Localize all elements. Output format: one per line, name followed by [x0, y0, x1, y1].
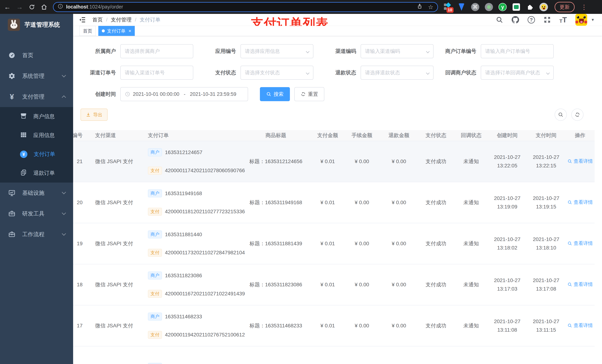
chevron-up-icon — [62, 95, 66, 100]
sidebar-item-payment[interactable]: ¥ 支付管理 — [0, 86, 73, 107]
sidebar-item-devtools[interactable]: 研发工具 — [0, 203, 73, 224]
page-content: 所属商户 应用编号 渠道编码 — [73, 36, 602, 364]
notify-status-select[interactable] — [481, 66, 554, 80]
filter-refund-status: 退款状态 — [321, 66, 434, 80]
browser-extensions: 10 ⌘ y — [443, 3, 548, 11]
search-button[interactable]: 搜索 — [260, 87, 290, 101]
filter-channel-code: 渠道编码 — [321, 44, 434, 58]
sidebar-item-refund-order[interactable]: 退款订单 — [0, 164, 73, 183]
pay-tag: 支付 — [148, 331, 162, 339]
browser-back-button[interactable]: ← — [4, 4, 11, 10]
breadcrumb-payment[interactable]: 支付管理 — [111, 16, 132, 23]
browser-reload-button[interactable] — [29, 4, 35, 10]
view-detail-link[interactable]: 查看详情 — [567, 322, 593, 329]
table-row[interactable]: 18 微信 JSAPI 支付 商户1635311823086 支付4200001… — [73, 264, 595, 305]
extension-gem-icon[interactable] — [457, 3, 466, 11]
view-detail-link[interactable]: 查看详情 — [567, 158, 593, 165]
date-range-picker[interactable]: 2021-10-01 00:00:00 - 2021-10-31 23:59:5… — [120, 87, 248, 101]
filter-notify-status: 回调商户状态 — [441, 66, 554, 80]
close-icon[interactable]: × — [129, 28, 131, 34]
sidebar-logo[interactable]: 芋道管理系统 — [0, 14, 73, 36]
tab-home[interactable]: 首页 — [79, 26, 96, 36]
sidebar-item-system[interactable]: 系统管理 — [0, 66, 73, 86]
channel-code-select[interactable] — [361, 44, 434, 58]
sidebar-item-merchant-info[interactable]: 商户信息 — [0, 107, 73, 126]
sidebar-fold-icon[interactable] — [79, 16, 86, 23]
pay-tag: 支付 — [148, 290, 162, 298]
browser-forward-button[interactable]: → — [16, 4, 23, 10]
filter-create-time: 创建时间 2021-10-01 00:00:00 - 2021-10-31 23… — [81, 87, 248, 101]
view-detail-link[interactable]: 查看详情 — [567, 281, 593, 288]
export-button[interactable]: 导出 — [81, 109, 108, 121]
chevron-down-icon — [62, 211, 66, 215]
document-icon — [20, 169, 27, 177]
chevron-down-icon — [62, 232, 66, 236]
merchant-tag: 商户 — [148, 271, 162, 280]
url-text: localhost:1024/pay/order — [66, 4, 123, 10]
chevron-down-icon — [62, 190, 66, 194]
user-avatar[interactable] — [575, 14, 587, 26]
table-row[interactable]: 商户1635311251726 — [73, 346, 595, 364]
merchant-input[interactable] — [120, 44, 193, 58]
yen-circle-icon: ¥ — [20, 151, 27, 158]
app-title: 芋道管理系统 — [24, 21, 60, 29]
site-info-icon[interactable] — [58, 3, 63, 10]
browser-menu-icon[interactable]: ⋮ — [580, 3, 588, 11]
table-row[interactable]: 21 微信 JSAPI 支付 商户1635312124657 支付4200001… — [73, 141, 595, 182]
table-row[interactable]: 19 微信 JSAPI 支付 商户1635311881440 支付4200001… — [73, 223, 595, 264]
search-icon — [567, 282, 572, 287]
app-select[interactable] — [240, 44, 313, 58]
browser-update-button[interactable]: 更新 — [555, 2, 575, 12]
view-detail-link[interactable]: 查看详情 — [567, 199, 593, 206]
channel-order-no-input[interactable] — [120, 66, 193, 80]
profile-avatar-icon[interactable] — [539, 3, 548, 11]
table-row[interactable]: 20 微信 JSAPI 支付 商户1635311949168 支付4200001… — [73, 182, 595, 223]
reset-button[interactable]: 重置 — [294, 87, 324, 101]
refresh-table-button[interactable] — [571, 109, 583, 121]
merchant-tag: 商户 — [148, 148, 162, 156]
fullscreen-icon[interactable] — [544, 16, 551, 23]
grid-icon — [20, 131, 27, 140]
view-detail-link[interactable]: 查看详情 — [567, 240, 593, 247]
extension-y-icon[interactable]: y — [498, 3, 507, 11]
extension-command-icon[interactable]: ⌘ — [471, 3, 479, 11]
briefcase-icon — [8, 231, 16, 238]
sidebar-item-infra[interactable]: 基础设施 — [0, 183, 73, 203]
share-icon[interactable] — [417, 3, 422, 10]
extensions-puzzle-icon[interactable] — [526, 3, 534, 11]
sidebar-item-workflow[interactable]: 工作流程 — [0, 224, 73, 245]
search-icon — [567, 200, 572, 205]
table-row[interactable]: 17 微信 JSAPI 支付 商户1635311468233 支付4200001… — [73, 305, 595, 346]
extension-pinned-icon[interactable]: 10 — [443, 3, 452, 11]
breadcrumb-home[interactable]: 首页 — [92, 16, 103, 23]
sidebar-item-app-info[interactable]: 应用信息 — [0, 126, 73, 145]
github-icon[interactable] — [512, 16, 519, 23]
pay-tag: 支付 — [148, 249, 162, 257]
clock-icon — [125, 91, 130, 97]
filter-merchant: 所属商户 — [81, 44, 193, 58]
sidebar-item-pay-order[interactable]: ¥ 支付订单 — [0, 145, 73, 164]
tab-pay-order[interactable]: 支付订单 × — [98, 26, 135, 36]
browser-home-button[interactable] — [41, 4, 47, 10]
url-bar[interactable]: localhost:1024/pay/order ☆ — [53, 2, 438, 12]
extension-chat-icon[interactable] — [512, 3, 521, 11]
pay-status-select[interactable] — [240, 66, 313, 80]
sidebar-item-home[interactable]: 首页 — [0, 45, 73, 66]
extension-badge: 10 — [447, 7, 453, 13]
merchant-tag: 商户 — [148, 363, 162, 364]
table-header-row: 编号 支付渠道 支付订单 商品标题 支付金额 手续金额 退款金额 支付状态 回调… — [73, 130, 595, 141]
merchant-order-no-input[interactable] — [481, 44, 554, 58]
extension-record-icon[interactable] — [485, 3, 493, 11]
hide-search-button[interactable] — [555, 109, 567, 121]
avatar-caret-icon[interactable]: ▼ — [591, 18, 595, 22]
active-dot — [102, 29, 105, 32]
merchant-tag: 商户 — [148, 230, 162, 239]
bookmark-star-icon[interactable]: ☆ — [428, 3, 433, 10]
refund-status-select[interactable] — [361, 66, 434, 80]
font-size-icon[interactable]: TT — [559, 16, 567, 23]
refresh-icon — [575, 112, 580, 117]
store-icon — [20, 113, 27, 121]
header-search-icon[interactable] — [496, 16, 503, 23]
merchant-tag: 商户 — [148, 189, 162, 197]
help-icon[interactable]: ? — [527, 16, 535, 23]
